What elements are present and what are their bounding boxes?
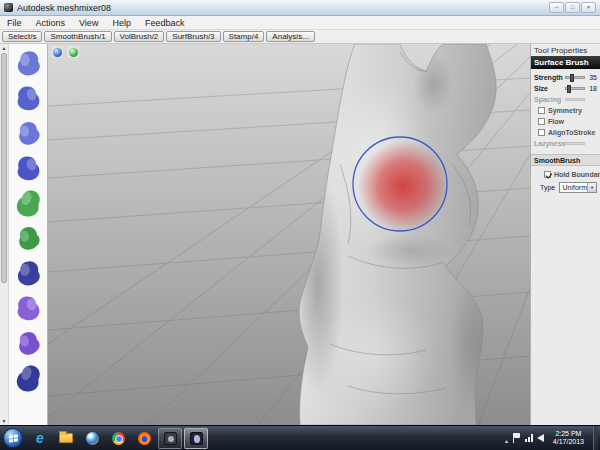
shader-blue-sphere-icon[interactable] xyxy=(51,46,63,58)
mesh-thumbnail[interactable] xyxy=(11,326,46,361)
mesh-thumbnail[interactable] xyxy=(11,186,46,221)
flow-label: Flow xyxy=(548,118,564,125)
taskbar: 2:25 PM 4/17/2013 xyxy=(0,425,600,450)
network-icon[interactable] xyxy=(525,434,533,442)
chevron-down-icon xyxy=(587,183,596,192)
scroll-down-icon[interactable] xyxy=(0,418,8,424)
strength-label: Strength xyxy=(534,74,563,81)
taskbar-item-image-viewer[interactable] xyxy=(158,428,182,449)
menu-feedback[interactable]: Feedback xyxy=(138,18,192,28)
type-dropdown[interactable]: Uniform xyxy=(559,182,597,193)
hold-boundary-label: Hold Boundary xyxy=(554,171,600,178)
scrollbar-thumb[interactable] xyxy=(1,53,7,283)
close-button[interactable] xyxy=(581,2,596,13)
internet-explorer-icon xyxy=(36,429,44,447)
taskbar-item-media-player[interactable] xyxy=(80,428,104,449)
symmetry-label: Symmetry xyxy=(548,107,582,114)
tab-analysis[interactable]: Analysis... xyxy=(266,31,314,42)
clock[interactable]: 2:25 PM 4/17/2013 xyxy=(548,430,589,446)
viewport-canvas xyxy=(48,44,530,425)
main-area: Tool Properties Surface Brush Strength 3… xyxy=(0,44,600,425)
menubar: File Actions View Help Feedback xyxy=(0,16,600,30)
hold-boundary-checkbox-row[interactable]: Hold Boundary xyxy=(534,169,597,180)
mesh-thumbnail[interactable] xyxy=(11,361,46,396)
surface-brush-header: Surface Brush xyxy=(531,56,600,69)
spacing-track xyxy=(565,98,585,101)
tab-stamp[interactable]: Stamp/4 xyxy=(223,31,265,42)
strength-slider[interactable]: Strength 35 xyxy=(534,72,597,83)
mesh-thumbnail[interactable] xyxy=(11,116,46,151)
shader-green-sphere-icon[interactable] xyxy=(67,46,79,58)
window-title: Autodesk meshmixer08 xyxy=(17,3,111,13)
firefox-icon xyxy=(138,432,151,445)
size-slider[interactable]: Size 18 xyxy=(534,83,597,94)
menu-actions[interactable]: Actions xyxy=(29,18,73,28)
mesh-thumbnail[interactable] xyxy=(11,151,46,186)
tab-volbrush[interactable]: VolBrush/2 xyxy=(114,31,165,42)
type-dropdown-value: Uniform xyxy=(562,184,587,191)
menu-file[interactable]: File xyxy=(0,18,29,28)
size-thumb[interactable] xyxy=(567,85,571,93)
scroll-up-icon[interactable] xyxy=(0,45,8,51)
spacing-slider: Spacing xyxy=(534,94,597,105)
hidden-icons-arrow-icon[interactable] xyxy=(504,429,509,447)
mesh-thumbnail[interactable] xyxy=(11,291,46,326)
parts-library-panel xyxy=(0,44,48,425)
mesh-thumbnail[interactable] xyxy=(11,221,46,256)
strength-track[interactable] xyxy=(565,76,585,79)
flow-checkbox[interactable] xyxy=(538,118,545,125)
aligntostroke-checkbox[interactable] xyxy=(538,129,545,136)
smoothbrush-section-header: SmoothBrush xyxy=(531,154,600,166)
show-desktop-button[interactable] xyxy=(593,426,598,450)
mesh-thumbnail[interactable] xyxy=(11,256,46,291)
type-label: Type xyxy=(540,184,557,191)
taskbar-item-meshmixer[interactable] xyxy=(184,428,208,449)
size-track[interactable] xyxy=(565,87,585,90)
taskbar-item-internet-explorer[interactable] xyxy=(28,428,52,449)
strength-value: 35 xyxy=(587,74,597,81)
action-center-flag-icon[interactable] xyxy=(513,433,521,443)
clock-date: 4/17/2013 xyxy=(553,438,584,446)
aligntostroke-checkbox-row[interactable]: AlignToStroke xyxy=(534,127,597,138)
panel-title: Tool Properties xyxy=(531,44,600,56)
taskbar-item-windows-explorer[interactable] xyxy=(54,428,78,449)
tab-smoothbrush[interactable]: SmoothBrush/1 xyxy=(44,31,111,42)
caption-buttons xyxy=(549,2,596,13)
mesh-thumbnail[interactable] xyxy=(11,46,46,81)
flow-checkbox-row[interactable]: Flow xyxy=(534,116,597,127)
titlebar: Autodesk meshmixer08 xyxy=(0,0,600,16)
windows-logo-icon xyxy=(9,434,18,442)
folder-icon xyxy=(59,433,73,443)
mesh-thumbnail[interactable] xyxy=(11,81,46,116)
strength-thumb[interactable] xyxy=(570,74,574,82)
aligntostroke-label: AlignToStroke xyxy=(548,129,595,136)
lazyness-label: Lazyness xyxy=(534,140,563,147)
tool-tabbar: Select/s SmoothBrush/1 VolBrush/2 SurfBr… xyxy=(0,30,600,44)
image-viewer-icon xyxy=(164,432,177,445)
menu-view[interactable]: View xyxy=(72,18,105,28)
type-dropdown-row: Type Uniform xyxy=(534,182,597,193)
lazyness-slider: Lazyness xyxy=(534,138,597,149)
tab-select[interactable]: Select/s xyxy=(2,31,42,42)
library-items xyxy=(9,44,47,425)
symmetry-checkbox-row[interactable]: Symmetry xyxy=(534,105,597,116)
library-scrollbar[interactable] xyxy=(0,44,9,425)
symmetry-checkbox[interactable] xyxy=(538,107,545,114)
tool-properties-panel: Tool Properties Surface Brush Strength 3… xyxy=(530,44,600,425)
clock-time: 2:25 PM xyxy=(553,430,584,438)
media-player-icon xyxy=(86,432,99,445)
minimize-button[interactable] xyxy=(549,2,564,13)
start-button[interactable] xyxy=(3,428,23,448)
3d-viewport[interactable] xyxy=(48,44,530,425)
tab-surfbrush[interactable]: SurfBrush/3 xyxy=(166,31,220,42)
maximize-button[interactable] xyxy=(565,2,580,13)
menu-help[interactable]: Help xyxy=(105,18,138,28)
taskbar-item-firefox[interactable] xyxy=(132,428,156,449)
system-tray: 2:25 PM 4/17/2013 xyxy=(504,426,598,450)
hold-boundary-checkbox[interactable] xyxy=(544,171,551,178)
lazyness-track xyxy=(565,142,585,145)
app-icon xyxy=(4,3,13,12)
taskbar-item-chrome[interactable] xyxy=(106,428,130,449)
chrome-icon xyxy=(112,432,125,445)
volume-icon[interactable] xyxy=(537,434,544,442)
